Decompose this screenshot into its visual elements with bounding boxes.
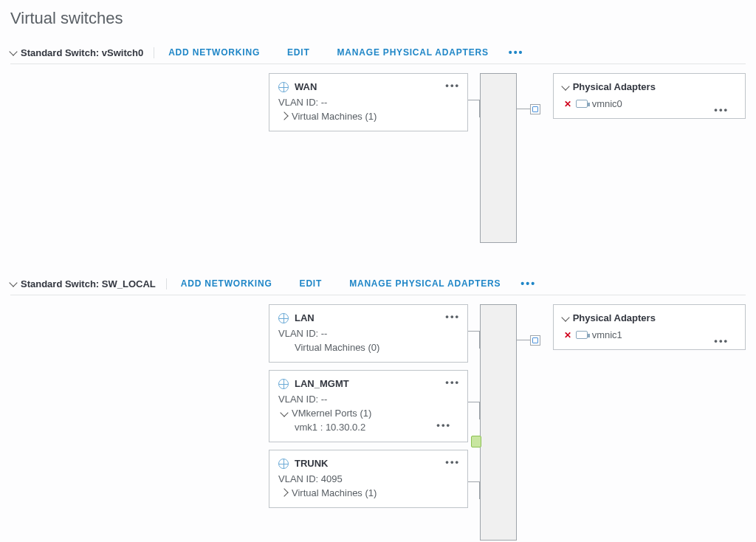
physical-adapters-panel: Physical Adapters ✕ vmnic0 ••• [553, 73, 746, 119]
vmk-more-icon[interactable]: ••• [436, 419, 451, 430]
edit-button[interactable]: Edit [274, 44, 323, 61]
physical-adapters-panel: Physical Adapters ✕ vmnic1 ••• [553, 304, 746, 350]
nic-icon [576, 331, 588, 339]
link-down-icon: ✕ [564, 331, 571, 340]
portgroup-card[interactable]: LAN_MGMT ••• VLAN ID: -- VMkernel Ports … [269, 370, 468, 442]
vmkernel-port-row[interactable]: vmk1 : 10.30.0.2 ••• [295, 422, 458, 433]
more-actions-icon[interactable]: ••• [503, 47, 530, 58]
switch-header: Standard Switch: SW_LOCAL Add Networking… [10, 272, 746, 295]
portgroup-more-icon[interactable]: ••• [445, 80, 460, 91]
switch-title-text: Standard Switch: vSwitch0 [21, 47, 143, 58]
portgroup-more-icon[interactable]: ••• [445, 311, 460, 322]
vm-count-label: Virtual Machines (1) [292, 111, 377, 122]
physical-adapters-label: Physical Adapters [573, 312, 656, 323]
chevron-right-icon [280, 112, 288, 120]
vm-list-toggle[interactable]: Virtual Machines (0) [281, 342, 458, 353]
portgroup-name: WAN [295, 81, 317, 92]
vm-count-label: Virtual Machines (0) [295, 342, 379, 353]
vswitch-bridge [468, 73, 534, 243]
manage-physical-adapters-button[interactable]: Manage Physical Adapters [336, 275, 514, 292]
switch-topology: LAN ••• VLAN ID: -- Virtual Machines (0)… [10, 304, 746, 541]
manage-physical-adapters-button[interactable]: Manage Physical Adapters [324, 44, 502, 61]
add-networking-button[interactable]: Add Networking [168, 275, 286, 292]
chevron-down-icon [280, 408, 288, 416]
portgroup-icon [278, 459, 289, 469]
adapter-more-icon[interactable]: ••• [714, 104, 729, 115]
nic-icon [576, 100, 588, 108]
switch-header: Standard Switch: vSwitch0 Add Networking… [10, 41, 746, 64]
vmk-count-label: VMkernel Ports (1) [292, 408, 371, 419]
physical-adapter-row[interactable]: ✕ vmnic0 ••• [563, 98, 736, 109]
portgroup-name: TRUNK [295, 458, 329, 469]
edit-button[interactable]: Edit [286, 275, 336, 292]
vmk-port-label: vmk1 : 10.30.0.2 [295, 422, 365, 433]
vlan-id-label: VLAN ID: 4095 [278, 473, 458, 484]
vlan-id-label: VLAN ID: -- [278, 97, 458, 108]
portgroup-name: LAN_MGMT [295, 378, 349, 389]
portgroup-more-icon[interactable]: ••• [445, 377, 460, 388]
chevron-down-icon [9, 278, 17, 287]
switch-toggle[interactable]: Standard Switch: vSwitch0 [10, 47, 154, 58]
portgroup-card[interactable]: TRUNK ••• VLAN ID: 4095 Virtual Machines… [269, 450, 468, 508]
switch-title-text: Standard Switch: SW_LOCAL [21, 278, 156, 289]
portgroup-more-icon[interactable]: ••• [445, 456, 460, 467]
switch-toggle[interactable]: Standard Switch: SW_LOCAL [10, 278, 167, 289]
vm-count-label: Virtual Machines (1) [292, 487, 377, 498]
chevron-down-icon[interactable] [561, 82, 569, 90]
adapter-name: vmnic1 [592, 329, 622, 340]
chevron-right-icon [280, 488, 288, 496]
portgroup-card[interactable]: LAN ••• VLAN ID: -- Virtual Machines (0) [269, 304, 468, 363]
chevron-down-icon[interactable] [561, 313, 569, 321]
adapter-more-icon[interactable]: ••• [714, 335, 729, 346]
vmk-list-toggle[interactable]: VMkernel Ports (1) [281, 408, 458, 419]
portgroup-icon [278, 379, 289, 389]
vmk-chip-icon [471, 436, 481, 447]
physical-adapters-label: Physical Adapters [573, 81, 656, 92]
add-networking-button[interactable]: Add Networking [155, 44, 273, 61]
vm-list-toggle[interactable]: Virtual Machines (1) [281, 487, 458, 498]
link-down-icon: ✕ [564, 100, 571, 109]
portgroup-icon [278, 313, 289, 323]
portgroup-icon [278, 82, 289, 92]
vm-list-toggle[interactable]: Virtual Machines (1) [281, 111, 458, 122]
portgroup-card[interactable]: WAN ••• VLAN ID: -- Virtual Machines (1) [269, 73, 468, 131]
more-actions-icon[interactable]: ••• [515, 278, 542, 289]
physical-adapter-row[interactable]: ✕ vmnic1 ••• [563, 329, 736, 340]
portgroup-name: LAN [295, 312, 315, 323]
chevron-down-icon [9, 47, 17, 55]
vlan-id-label: VLAN ID: -- [278, 328, 458, 339]
vlan-id-label: VLAN ID: -- [278, 394, 458, 405]
switch-topology: WAN ••• VLAN ID: -- Virtual Machines (1)… [10, 73, 746, 243]
page-title: Virtual switches [10, 9, 746, 28]
adapter-name: vmnic0 [592, 98, 622, 109]
vswitch-bridge [468, 304, 534, 541]
